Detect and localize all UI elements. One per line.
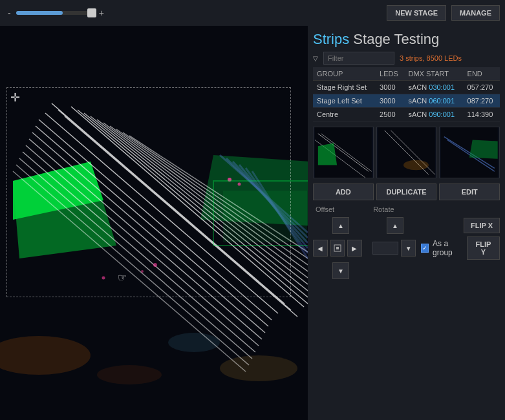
strips-canvas xyxy=(0,0,308,420)
add-button[interactable]: ADD xyxy=(313,184,374,200)
top-bar: - + NEW STAGE MANAGE xyxy=(0,0,505,26)
flip-y-button[interactable]: FLIP Y xyxy=(467,236,500,260)
rotate-up-button[interactable]: ▲ xyxy=(387,217,403,234)
col-header-end: END xyxy=(464,67,500,81)
offset-up-button[interactable]: ▲ xyxy=(332,217,349,234)
rotate-label: Rotate xyxy=(373,205,394,213)
offset-left-button[interactable]: ◀ xyxy=(313,240,328,257)
duplicate-button[interactable]: DUPLICATE xyxy=(376,184,437,200)
as-a-group-label: As a group xyxy=(433,239,464,257)
new-stage-button[interactable]: NEW STAGE xyxy=(387,5,446,21)
offset-center-button[interactable] xyxy=(330,240,345,257)
cell-dmx-start: sACN 060:001 xyxy=(404,94,463,108)
as-a-group-checkbox[interactable]: ✓ xyxy=(421,244,429,253)
cell-leds: 2500 xyxy=(376,108,404,121)
hand-cursor-icon: ☞ xyxy=(118,271,127,284)
strips-table: GROUP LEDS DMX START END Stage Right Set… xyxy=(313,67,500,121)
rotate-input-group: ▲ xyxy=(387,217,403,234)
svg-point-38 xyxy=(238,183,241,186)
cell-group: Stage Right Set xyxy=(313,81,376,94)
svg-rect-43 xyxy=(223,191,307,242)
offset-label: Offset xyxy=(316,205,334,213)
cell-end: 087:270 xyxy=(464,94,500,108)
brightness-fill xyxy=(16,11,63,15)
right-panel: Strips Stage Testing ▽ 3 strips, 8500 LE… xyxy=(308,0,505,420)
svg-point-39 xyxy=(153,263,157,267)
table-row[interactable]: Centre2500sACN 090:001114:390 xyxy=(313,108,500,121)
stage-visualization: ✛ ☞ xyxy=(0,0,308,420)
dmx-link[interactable]: 030:001 xyxy=(429,83,455,91)
offset-right-button[interactable]: ▶ xyxy=(347,240,362,257)
cell-leds: 3000 xyxy=(376,94,404,108)
col-header-leds: LEDS xyxy=(376,67,404,81)
svg-point-4 xyxy=(97,365,162,384)
thumbnail-1[interactable] xyxy=(313,127,374,178)
filter-row: ▽ 3 strips, 8500 LEDs xyxy=(313,52,500,65)
thumbnails-row xyxy=(313,127,500,178)
edit-button[interactable]: EDIT xyxy=(439,184,500,200)
title-strips: Strips xyxy=(313,31,349,47)
col-header-group: GROUP xyxy=(313,67,376,81)
brightness-increase-button[interactable]: + xyxy=(96,6,107,19)
table-row[interactable]: Stage Left Set3000sACN 060:001087:270 xyxy=(313,94,500,108)
svg-rect-58 xyxy=(336,247,339,249)
filter-icon: ▽ xyxy=(313,55,318,62)
rotate-value-input[interactable]: 0 xyxy=(372,242,398,255)
rotate-down-button[interactable]: ▼ xyxy=(401,240,416,257)
col-header-dmx: DMX START xyxy=(404,67,463,81)
dmx-link[interactable]: 090:001 xyxy=(429,110,455,118)
table-header-row: GROUP LEDS DMX START END xyxy=(313,67,500,81)
right-panel-content: Strips Stage Testing ▽ 3 strips, 8500 LE… xyxy=(308,26,505,420)
svg-point-52 xyxy=(403,160,429,171)
svg-point-41 xyxy=(102,277,105,280)
move-cursor-icon: ✛ xyxy=(10,90,20,105)
svg-marker-48 xyxy=(318,143,337,165)
cell-leds: 3000 xyxy=(376,81,404,94)
as-a-group-row: ✓ As a group xyxy=(421,239,464,257)
dmx-link[interactable]: 060:001 xyxy=(429,97,455,105)
brightness-thumb[interactable] xyxy=(87,8,96,17)
brightness-decrease-button[interactable]: - xyxy=(5,6,14,19)
cell-dmx-start: sACN 090:001 xyxy=(404,108,463,121)
strip-count-label: 3 strips, 8500 LEDs xyxy=(400,54,462,62)
title-rest: Stage Testing xyxy=(349,31,439,47)
cell-group: Stage Left Set xyxy=(313,94,376,108)
flip-x-button[interactable]: FLIP X xyxy=(464,218,500,233)
filter-input[interactable] xyxy=(323,52,394,65)
panel-title: Strips Stage Testing xyxy=(313,31,500,48)
thumbnail-2[interactable] xyxy=(376,127,437,178)
cell-end: 057:270 xyxy=(464,81,500,94)
table-row[interactable]: Stage Right Set3000sACN 030:001057:270 xyxy=(313,81,500,94)
offset-down-button[interactable]: ▼ xyxy=(332,262,349,279)
action-buttons: ADD DUPLICATE EDIT xyxy=(313,184,500,200)
cell-group: Centre xyxy=(313,108,376,121)
brightness-slider[interactable] xyxy=(16,11,94,15)
cell-dmx-start: sACN 030:001 xyxy=(404,81,463,94)
manage-button[interactable]: MANAGE xyxy=(451,5,500,21)
brightness-section: - + xyxy=(5,6,107,19)
svg-marker-56 xyxy=(469,140,498,159)
thumbnail-3[interactable] xyxy=(439,127,500,178)
svg-point-40 xyxy=(141,270,144,273)
cell-end: 114:390 xyxy=(464,108,500,121)
